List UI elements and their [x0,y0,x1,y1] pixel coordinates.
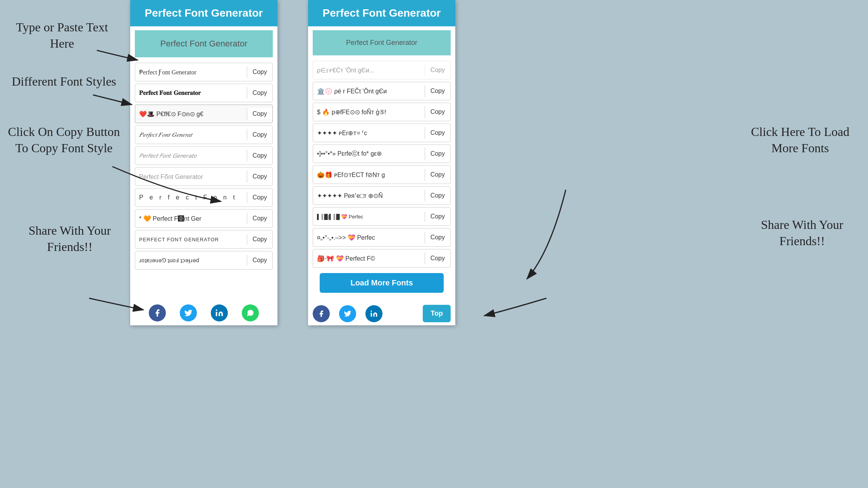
copy-btn-10[interactable]: Copy [247,254,272,266]
phone2-copy-btn-2[interactable]: Copy [425,106,450,118]
phone2-font-row-8: ¤„•°-„•.–>> 💝 Perfec Copy [313,228,451,247]
phone2-font-row-5: 🎃🎁 ᴘEf⊙ᴛECT f⊘Nт g Copy [313,165,451,184]
phone2-title: Perfect Font Generator [313,7,451,19]
phone2-font-text-2: $ 🔥 p⊕fFE⊙⊙ foÑт ģ⑤! [313,106,425,118]
svg-point-1 [371,310,372,311]
arrow-share-right [450,0,604,329]
phone2-font-text-1: 🏛️💮 ρé r FEČt 'Ōnt gЄи [313,85,425,97]
phone2-copy-btn-0[interactable]: Copy [425,64,450,76]
phone2-copy-btn-3[interactable]: Copy [425,127,450,139]
annotation-load-more: Click Here To Load More Fonts [740,124,860,156]
phone2-font-text-5: 🎃🎁 ᴘEf⊙ᴛECT f⊘Nт g [313,169,425,181]
load-more-button[interactable]: Load More Fonts [320,273,444,293]
phone2-copy-btn-7[interactable]: Copy [425,211,450,222]
linkedin-share-btn[interactable] [211,304,228,321]
phone2-font-row-6: ✦✦✦✦✦ Реяʼе□т ⊕⊙Ñ Copy [313,186,451,205]
phone2-font-text-8: ¤„•°-„•.–>> 💝 Perfec [313,232,425,244]
phone2-font-row-0: ρ∈ɾғ€Ċт 'Ōnt gЄи... Copy [313,61,451,79]
phone2-font-text-7: ▌║█|▌║█ 💝 Perfec [313,211,425,222]
phone2-facebook-btn[interactable] [313,305,330,322]
phone2-copy-btn-8[interactable]: Copy [425,232,450,243]
phone2-font-text-3: ✦✦✦✦ ᴘEr⊕ᴛ= ᶠc [313,127,425,139]
arrow-share-left [0,0,186,325]
phone2-linkedin-btn[interactable] [365,305,382,322]
phone2-twitter-btn[interactable] [339,305,356,322]
phone2-copy-btn-5[interactable]: Copy [425,169,450,180]
phone2-bottom-row: Top [308,302,455,325]
phone2-body: ρ∈ɾғ€Ċт 'Ōnt gЄи... Copy 🏛️💮 ρé r FEČt '… [308,26,455,302]
phone2-font-text-6: ✦✦✦✦✦ Реяʼе□т ⊕⊙Ñ [313,190,425,202]
phone2-font-text-9: 🎒·🎀 💝 Perfect F© [313,253,425,265]
whatsapp-share-btn[interactable] [242,304,259,321]
top-button[interactable]: Top [423,305,451,322]
svg-point-0 [216,309,217,311]
phone2-copy-btn-9[interactable]: Copy [425,253,450,264]
phone2-font-text-4: •]••°•*» Pεrfeⓒt fo* gε⊛ [313,148,425,160]
phone2-copy-btn-1[interactable]: Copy [425,85,450,97]
phone2-font-row-3: ✦✦✦✦ ᴘEr⊕ᴛ= ᶠc Copy [313,124,451,142]
annotation-share-right: Share With Your Friends!! [748,217,856,249]
phone2-font-row-7: ▌║█|▌║█ 💝 Perfec Copy [313,207,451,226]
phone2-font-row-9: 🎒·🎀 💝 Perfect F© Copy [313,249,451,268]
phone2-copy-btn-6[interactable]: Copy [425,190,450,201]
phone2-font-row-1: 🏛️💮 ρé r FEČt 'Ōnt gЄи Copy [313,82,451,100]
copy-btn-9[interactable]: Copy [247,234,272,245]
text-input-2[interactable] [313,30,451,55]
phone-2: Perfect Font Generator ρ∈ɾғ€Ċт 'Ōnt gЄи.… [308,0,455,325]
phone2-font-row-4: •]••°•*» Pεrfeⓒt fo* gε⊛ Copy [313,144,451,163]
phone2-copy-btn-4[interactable]: Copy [425,148,450,160]
phone2-font-row-2: $ 🔥 p⊕fFE⊙⊙ foÑт ģ⑤! Copy [313,103,451,121]
phone2-header: Perfect Font Generator [308,0,455,26]
phone2-font-text-0: ρ∈ɾғ€Ċт 'Ōnt gЄи... [313,64,425,76]
